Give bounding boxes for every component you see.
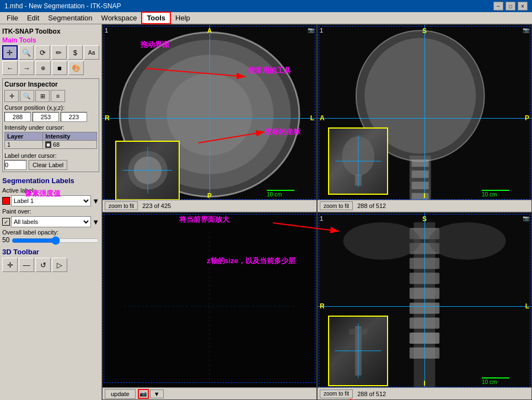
minimize-button[interactable]: − bbox=[493, 2, 503, 10]
coronal-scale-label: 10 cm bbox=[482, 379, 497, 385]
paint-over-dropdown-icon[interactable]: ▼ bbox=[92, 218, 99, 226]
ct-3d-bg bbox=[103, 213, 316, 400]
axial-viewport-number: 1 bbox=[105, 27, 108, 34]
tool-lasso[interactable]: ⟳ bbox=[35, 45, 50, 60]
tool-dollar[interactable]: $ bbox=[68, 45, 83, 60]
sagittal-viewport-number: 1 bbox=[320, 27, 323, 34]
viewport-bottom-right: S I R L 1 📷 bbox=[317, 212, 532, 401]
cursor-z-input[interactable] bbox=[61, 112, 87, 122]
intensity-label: Intensity under cursor: bbox=[4, 124, 97, 131]
main-layout: ITK-SNAP Toolbox Main Tools ✛ 🔍 ⟳ ✏ $ Aa… bbox=[0, 24, 532, 400]
sagittal-scale-line bbox=[482, 190, 509, 191]
segmentation-labels-title: Segmentation Labels bbox=[2, 177, 99, 185]
axial-corner-icon: 📷 bbox=[308, 27, 314, 33]
close-button[interactable]: × bbox=[518, 2, 528, 10]
svg-point-38 bbox=[429, 222, 506, 259]
paint-over-row: Paint over: bbox=[2, 208, 99, 215]
3d-tool-cross[interactable]: ✛ bbox=[2, 258, 18, 272]
label-cursor-input[interactable] bbox=[4, 160, 26, 170]
cursor-inspector: Cursor Inspector ✛ 🔍 ⊞ ≡ Cursor position… bbox=[2, 78, 99, 172]
3d-extra-button[interactable]: ▼ bbox=[150, 390, 164, 398]
tool-fill[interactable]: ■ bbox=[52, 61, 67, 75]
axial-label-right: L bbox=[310, 114, 314, 122]
update-button[interactable]: update bbox=[105, 389, 136, 399]
axial-scale-line bbox=[267, 190, 294, 191]
coronal-corner-icon: 📷 bbox=[523, 215, 529, 221]
toolbar-3d-section: 3D Toolbar ✛ — ↺ ▷ bbox=[2, 248, 99, 272]
toolbox-title: ITK-SNAP Toolbox bbox=[2, 26, 99, 36]
segmentation-labels-section: Segmentation Labels Active label: Label … bbox=[2, 177, 99, 244]
maximize-button[interactable]: □ bbox=[506, 2, 515, 10]
label-color-box bbox=[2, 197, 10, 205]
tool-row-1: ✛ 🔍 ⟳ ✏ $ Aa bbox=[2, 45, 99, 60]
3d-tool-dash[interactable]: — bbox=[19, 258, 34, 272]
tool-undo[interactable]: ← bbox=[2, 61, 18, 75]
tool-zoom[interactable]: 🔍 bbox=[19, 45, 34, 60]
toolbar-3d-title: 3D Toolbar bbox=[2, 248, 99, 256]
axial-selection-box bbox=[115, 141, 179, 200]
tool-layer[interactable]: ⊕ bbox=[35, 61, 51, 75]
tool-draw[interactable]: ✏ bbox=[51, 45, 67, 60]
coronal-status-bar: zoom to fit 288 of 512 bbox=[318, 387, 531, 399]
snapshot-controls: 📷 ▼ bbox=[138, 389, 164, 399]
ci-tool-menu[interactable]: ≡ bbox=[51, 90, 65, 102]
svg-point-37 bbox=[343, 222, 421, 259]
sagittal-zoom-fit-button[interactable]: zoom to fit bbox=[320, 201, 353, 210]
axial-label-bottom: P bbox=[207, 192, 212, 200]
cursor-position-inputs bbox=[4, 112, 97, 122]
ci-tool-grid[interactable]: ⊞ bbox=[35, 90, 50, 102]
ct-axial-bg: A P R L 1 📷 bbox=[103, 25, 316, 212]
coronal-scale-bar: 10 cm bbox=[482, 377, 509, 385]
tool-crosshair[interactable]: ✛ bbox=[2, 45, 18, 60]
ct-coronal-bg: S I R L 1 📷 bbox=[318, 213, 531, 400]
tool-redo[interactable]: → bbox=[19, 61, 34, 75]
axial-zoom-fit-button[interactable]: zoom to fit bbox=[105, 201, 138, 210]
coronal-zoom-fit-button[interactable]: zoom to fit bbox=[320, 390, 353, 398]
opacity-value: 50 bbox=[2, 236, 9, 244]
menu-file[interactable]: File bbox=[2, 13, 23, 23]
label-dropdown-icon[interactable]: ▼ bbox=[92, 197, 99, 205]
tool-color[interactable]: 🎨 bbox=[68, 61, 84, 75]
coronal-thumbnail bbox=[329, 317, 387, 386]
viewport-container: A P R L 1 📷 bbox=[102, 24, 532, 400]
tool-row-2: ← → ⊕ ■ 🎨 bbox=[2, 61, 99, 75]
label-cursor-section: Label under cursor: Clear Label bbox=[4, 152, 97, 170]
tool-text[interactable]: Aa bbox=[84, 45, 99, 60]
intensity-col-value: Intensity bbox=[43, 132, 97, 141]
menu-tools[interactable]: Tools bbox=[141, 12, 171, 24]
3d-tool-play[interactable]: ▷ bbox=[52, 258, 67, 272]
menu-help[interactable]: Help bbox=[171, 13, 195, 23]
label-select-row: Label 1 ▼ bbox=[2, 195, 99, 206]
label-select[interactable]: Label 1 bbox=[11, 195, 91, 206]
title-bar-controls: − □ × bbox=[493, 2, 528, 10]
ci-tool-crosshair[interactable]: ✛ bbox=[4, 90, 19, 102]
paint-over-label: Paint over: bbox=[2, 208, 41, 215]
cursor-y-input[interactable] bbox=[33, 112, 59, 122]
snapshot-button[interactable]: 📷 bbox=[138, 389, 149, 399]
menu-workspace[interactable]: Workspace bbox=[97, 13, 142, 23]
sagittal-label-right: P bbox=[525, 114, 529, 122]
coronal-crosshair-v bbox=[424, 213, 425, 400]
3d-tool-rotate[interactable]: ↺ bbox=[35, 258, 51, 272]
paint-over-select[interactable]: All labels bbox=[11, 216, 91, 227]
axial-scale-bar: 10 cm bbox=[267, 190, 294, 198]
opacity-row: 50 bbox=[2, 236, 99, 244]
clear-label-button[interactable]: Clear Label bbox=[29, 160, 67, 170]
coronal-label-top: S bbox=[422, 215, 427, 223]
sagittal-label-bottom: I bbox=[423, 192, 425, 200]
axial-crosshair-v bbox=[209, 25, 210, 212]
ci-tool-zoom[interactable]: 🔍 bbox=[20, 90, 34, 102]
3d-bottom-bar: update 📷 ▼ bbox=[103, 387, 316, 399]
left-panel: ITK-SNAP Toolbox Main Tools ✛ 🔍 ⟳ ✏ $ Aa… bbox=[0, 24, 102, 400]
menu-edit[interactable]: Edit bbox=[23, 13, 44, 23]
sagittal-thumbnail bbox=[329, 129, 387, 194]
viewport-top-right: S I A P 1 📷 bbox=[317, 24, 532, 212]
label-cursor-row: Clear Label bbox=[4, 160, 97, 170]
coronal-label-left: R bbox=[320, 302, 325, 310]
opacity-slider[interactable] bbox=[12, 237, 99, 244]
cursor-x-input[interactable] bbox=[4, 112, 31, 122]
cursor-position-label: Cursor position (x,y,z): bbox=[4, 104, 97, 111]
menu-segmentation[interactable]: Segmentation bbox=[44, 13, 96, 23]
axial-slice-info: 223 of 425 bbox=[142, 202, 171, 209]
viewport-grid: A P R L 1 📷 bbox=[102, 24, 532, 400]
